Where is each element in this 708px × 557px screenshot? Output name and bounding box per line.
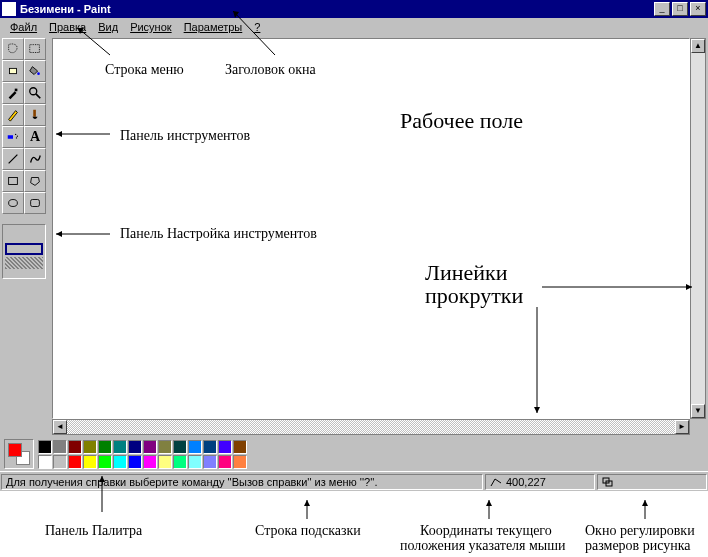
- swatch-3[interactable]: [53, 455, 67, 469]
- swatch-13[interactable]: [128, 455, 142, 469]
- tool-magnifier[interactable]: [24, 82, 46, 104]
- status-size: [597, 474, 707, 490]
- swatch-25[interactable]: [218, 455, 232, 469]
- tool-picker[interactable]: [2, 82, 24, 104]
- tool-polygon[interactable]: [24, 170, 46, 192]
- current-colors[interactable]: [4, 439, 34, 469]
- annotation-coords-l1: Координаты текущего: [420, 523, 552, 539]
- toolbox: A: [0, 36, 50, 437]
- menu-edit[interactable]: Правка: [43, 19, 92, 35]
- tool-line[interactable]: [2, 148, 24, 170]
- swatch-18[interactable]: [173, 440, 187, 454]
- scroll-h-track[interactable]: [67, 420, 675, 434]
- window-title: Безимени - Paint: [20, 3, 652, 15]
- close-button[interactable]: ×: [690, 2, 706, 16]
- app-icon: [2, 2, 16, 16]
- svg-rect-12: [9, 178, 18, 185]
- svg-point-8: [15, 134, 16, 135]
- swatch-4[interactable]: [68, 440, 82, 454]
- swatch-15[interactable]: [143, 455, 157, 469]
- svg-rect-0: [30, 45, 40, 53]
- swatch-11[interactable]: [113, 455, 127, 469]
- swatch-23[interactable]: [203, 455, 217, 469]
- svg-point-10: [16, 137, 17, 138]
- menu-image[interactable]: Рисунок: [124, 19, 178, 35]
- svg-point-13: [9, 200, 18, 207]
- swatch-10[interactable]: [113, 440, 127, 454]
- scrollbar-horizontal[interactable]: ◄ ►: [52, 419, 690, 435]
- swatch-12[interactable]: [128, 440, 142, 454]
- tool-options-panel: [2, 224, 46, 279]
- swatch-8[interactable]: [98, 440, 112, 454]
- svg-rect-3: [15, 89, 18, 92]
- tool-text[interactable]: A: [24, 126, 46, 148]
- svg-marker-36: [486, 500, 492, 506]
- tool-eraser[interactable]: [2, 60, 24, 82]
- menu-help[interactable]: ?: [248, 19, 266, 35]
- svg-marker-38: [642, 500, 648, 506]
- swatch-1[interactable]: [38, 455, 52, 469]
- svg-rect-7: [8, 135, 13, 139]
- tool-rect-select[interactable]: [24, 38, 46, 60]
- color-palette: [38, 440, 247, 469]
- maximize-button[interactable]: □: [672, 2, 688, 16]
- swatch-14[interactable]: [143, 440, 157, 454]
- arrow-to-coords: [482, 497, 496, 522]
- tool-rectangle[interactable]: [2, 170, 24, 192]
- tool-rounded-rect[interactable]: [24, 192, 46, 214]
- canvas[interactable]: [52, 38, 690, 419]
- scroll-v-track[interactable]: [691, 53, 705, 404]
- annotation-palette: Панель Палитра: [45, 523, 142, 539]
- scroll-corner: [690, 419, 706, 435]
- tool-ellipse[interactable]: [2, 192, 24, 214]
- arrow-to-size: [638, 497, 652, 522]
- swatch-16[interactable]: [158, 440, 172, 454]
- annotation-size-l2: размеров рисунка: [585, 538, 691, 554]
- menu-view[interactable]: Вид: [92, 19, 124, 35]
- swatch-26[interactable]: [233, 440, 247, 454]
- coords-text: 400,227: [506, 476, 546, 488]
- menu-bar: Файл Правка Вид Рисунок Параметры ?: [0, 18, 708, 36]
- minimize-button[interactable]: _: [654, 2, 670, 16]
- svg-rect-14: [31, 200, 40, 207]
- swatch-21[interactable]: [188, 455, 202, 469]
- scrollbar-vertical[interactable]: ▲ ▼: [690, 38, 706, 419]
- tool-pencil[interactable]: [2, 104, 24, 126]
- svg-line-5: [36, 94, 40, 98]
- swatch-9[interactable]: [98, 455, 112, 469]
- svg-rect-1: [10, 68, 17, 73]
- swatch-5[interactable]: [68, 455, 82, 469]
- tool-option-2[interactable]: [5, 243, 43, 255]
- tool-fill[interactable]: [24, 60, 46, 82]
- foreground-color[interactable]: [8, 443, 22, 457]
- title-bar: Безимени - Paint _ □ ×: [0, 0, 708, 18]
- swatch-22[interactable]: [203, 440, 217, 454]
- scroll-down-button[interactable]: ▼: [691, 404, 705, 418]
- swatch-2[interactable]: [53, 440, 67, 454]
- swatch-17[interactable]: [158, 455, 172, 469]
- swatch-27[interactable]: [233, 455, 247, 469]
- scroll-up-button[interactable]: ▲: [691, 39, 705, 53]
- swatch-24[interactable]: [218, 440, 232, 454]
- arrow-to-hint: [300, 497, 314, 522]
- annotation-coords-l2: положения указателя мыши: [400, 538, 566, 554]
- tool-curve[interactable]: [24, 148, 46, 170]
- status-hint: Для получения справки выберите команду '…: [1, 474, 483, 490]
- tool-freeform-select[interactable]: [2, 38, 24, 60]
- swatch-19[interactable]: [173, 455, 187, 469]
- tool-brush[interactable]: [24, 104, 46, 126]
- menu-options[interactable]: Параметры: [178, 19, 249, 35]
- annotation-hint: Строка подсказки: [255, 523, 361, 539]
- swatch-20[interactable]: [188, 440, 202, 454]
- scroll-left-button[interactable]: ◄: [53, 420, 67, 434]
- svg-point-4: [30, 88, 37, 95]
- menu-file[interactable]: Файл: [4, 19, 43, 35]
- scroll-right-button[interactable]: ►: [675, 420, 689, 434]
- svg-rect-6: [33, 110, 36, 117]
- swatch-0[interactable]: [38, 440, 52, 454]
- swatch-7[interactable]: [83, 455, 97, 469]
- tool-option-1[interactable]: [5, 229, 43, 241]
- swatch-6[interactable]: [83, 440, 97, 454]
- tool-option-3[interactable]: [5, 257, 43, 269]
- tool-airbrush[interactable]: [2, 126, 24, 148]
